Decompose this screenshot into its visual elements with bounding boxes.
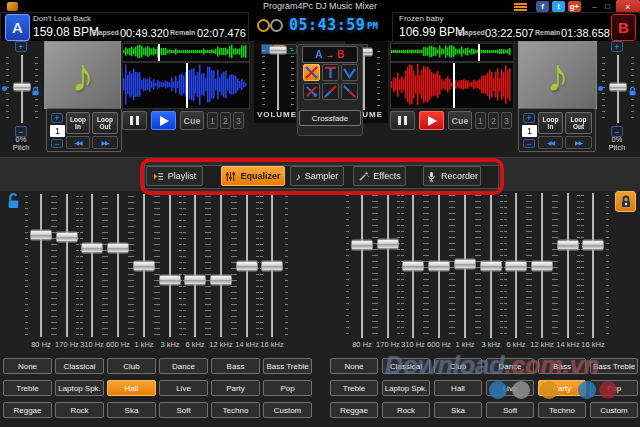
preset-soft-button[interactable]: Soft	[486, 402, 534, 418]
crossfade-curve-xarrows-button[interactable]	[303, 83, 320, 100]
pitch-a-lock-icon[interactable]	[31, 83, 40, 94]
preset-ska-button[interactable]: Ska	[107, 402, 156, 418]
eq-left-600hz-slider[interactable]	[108, 194, 128, 337]
deck-b-cue-button[interactable]: Cue	[448, 111, 472, 130]
tab-sampler[interactable]: ♪ Sampler	[290, 166, 344, 186]
preset-none-button[interactable]: None	[3, 358, 52, 374]
crossfade-curve-x-button[interactable]	[303, 64, 320, 81]
preset-laptop-spk-button[interactable]: Laptop Spk.	[55, 380, 104, 396]
preset-dance-button[interactable]: Dance	[486, 358, 534, 374]
eq-right-16khz-slider[interactable]	[583, 193, 603, 338]
loop-a-out-button[interactable]: Loop Out	[92, 112, 118, 134]
loop-b-plus-button[interactable]: +	[523, 113, 535, 123]
deck-a-hotcue-2[interactable]: 2	[220, 112, 231, 129]
eq-left-12khz-slider[interactable]	[211, 194, 231, 337]
preset-club-button[interactable]: Club	[107, 358, 156, 374]
eq-left-14khz-slider[interactable]	[237, 194, 257, 337]
preset-none-button[interactable]: None	[330, 358, 378, 374]
loop-a-minus-button[interactable]: −	[51, 139, 63, 148]
deck-b-main-waveform[interactable]	[390, 62, 514, 109]
deck-b-hotcue-2[interactable]: 2	[488, 112, 499, 129]
tab-equalizer[interactable]: Equalizer	[221, 166, 285, 186]
loop-a-in-button[interactable]: Loop In	[66, 112, 90, 134]
maximize-button[interactable]: □	[601, 0, 614, 12]
eq-left-16khz-slider[interactable]	[262, 194, 282, 337]
preset-club-button[interactable]: Club	[434, 358, 482, 374]
preset-bass-button[interactable]: Bass	[538, 358, 586, 374]
preset-techno-button[interactable]: Techno	[211, 402, 260, 418]
preset-bass-button[interactable]: Bass	[211, 358, 260, 374]
tab-recorder[interactable]: Recorder	[423, 166, 481, 186]
preset-live-button[interactable]: Live	[486, 380, 534, 396]
preset-classical-button[interactable]: Classical	[55, 358, 104, 374]
deck-a-badge[interactable]: A	[5, 14, 30, 41]
preset-party-button-selected[interactable]: Party	[538, 380, 586, 396]
eq-left-80hz-slider[interactable]	[31, 194, 51, 337]
googleplus-icon[interactable]: g+	[568, 1, 581, 12]
preset-bass-treble-button[interactable]: Bass Treble	[590, 358, 638, 374]
preset-treble-button[interactable]: Treble	[330, 380, 378, 396]
minimize-button[interactable]: –	[588, 0, 601, 12]
timer-clock-icon[interactable]	[270, 19, 283, 32]
deck-a-cue-button[interactable]: Cue	[180, 111, 204, 130]
menu-icon[interactable]	[514, 3, 527, 11]
crossfade-curve-up-button[interactable]	[322, 83, 339, 100]
preset-pop-button[interactable]: Pop	[590, 380, 638, 396]
eq-right-14khz-slider[interactable]	[558, 193, 578, 338]
loop-b-in-button[interactable]: Loop In	[538, 112, 563, 134]
preset-classical-button[interactable]: Classical	[382, 358, 430, 374]
eq-left-3khz-slider[interactable]	[160, 194, 180, 337]
preset-treble-button[interactable]: Treble	[3, 380, 52, 396]
eq-left-310hz-slider[interactable]	[82, 194, 102, 337]
eq-left-1khz-slider[interactable]	[134, 194, 154, 337]
deck-a-hotcue-3[interactable]: 3	[233, 112, 244, 129]
deck-b-play-button[interactable]	[419, 111, 444, 130]
loop-a-plus-button[interactable]: +	[51, 113, 63, 123]
deck-b-pause-button[interactable]	[390, 111, 415, 130]
pitch-a-slider[interactable]	[12, 55, 32, 123]
preset-techno-button[interactable]: Techno	[538, 402, 586, 418]
eq-right-170hz-slider[interactable]	[378, 193, 398, 338]
preset-party-button[interactable]: Party	[211, 380, 260, 396]
deck-b-overview-waveform[interactable]	[390, 43, 514, 62]
tab-playlist[interactable]: Playlist	[146, 166, 203, 186]
crossfade-curve-v-button[interactable]	[341, 64, 358, 81]
preset-laptop-spk-button[interactable]: Laptop Spk.	[382, 380, 430, 396]
deck-b-hotcue-1[interactable]: 1	[475, 112, 486, 129]
deck-a-overview-waveform[interactable]	[122, 43, 250, 62]
pitch-b-lock-icon[interactable]	[628, 83, 637, 94]
preset-rock-button[interactable]: Rock	[382, 402, 430, 418]
preset-reggae-button[interactable]: Reggae	[3, 402, 52, 418]
tab-effects[interactable]: Effects	[353, 166, 406, 186]
fastforward-b-button[interactable]: ▶▶	[565, 136, 592, 149]
rewind-b-button[interactable]: ◀◀	[538, 136, 563, 149]
preset-rock-button[interactable]: Rock	[55, 402, 104, 418]
preset-custom-button[interactable]: Custom	[263, 402, 312, 418]
eq-right-600hz-slider[interactable]	[429, 193, 449, 338]
pitch-b-up-button[interactable]: +	[611, 41, 623, 52]
preset-dance-button[interactable]: Dance	[159, 358, 208, 374]
preset-hall-button-selected[interactable]: Hall	[107, 380, 156, 396]
deck-b-hotcue-3[interactable]: 3	[501, 112, 512, 129]
loop-b-out-button[interactable]: Loop Out	[565, 112, 592, 134]
deck-a-play-button[interactable]	[151, 111, 176, 130]
deck-a-hotcue-1[interactable]: 1	[207, 112, 218, 129]
preset-hall-button[interactable]: Hall	[434, 380, 482, 396]
preset-custom-button[interactable]: Custom	[590, 402, 638, 418]
pitch-b-slider[interactable]	[608, 55, 628, 123]
facebook-icon[interactable]: f	[536, 1, 549, 12]
deck-a-main-waveform[interactable]	[122, 62, 250, 109]
fastforward-a-button[interactable]: ▶▶	[92, 136, 118, 149]
eq-left-unlock-icon[interactable]	[6, 193, 21, 210]
crossfade-curve-down-button[interactable]	[341, 83, 358, 100]
rewind-a-button[interactable]: ◀◀	[66, 136, 90, 149]
preset-bass-treble-button[interactable]: Bass Treble	[263, 358, 312, 374]
preset-reggae-button[interactable]: Reggae	[330, 402, 378, 418]
eq-right-6khz-slider[interactable]	[506, 193, 526, 338]
deck-b-badge[interactable]: B	[611, 14, 636, 41]
loop-b-minus-button[interactable]: −	[523, 139, 535, 148]
deck-a-pause-button[interactable]	[122, 111, 147, 130]
eq-right-3khz-slider[interactable]	[481, 193, 501, 338]
crossfade-curve-t-button[interactable]	[322, 64, 339, 81]
eq-right-lock-icon[interactable]	[615, 191, 636, 212]
